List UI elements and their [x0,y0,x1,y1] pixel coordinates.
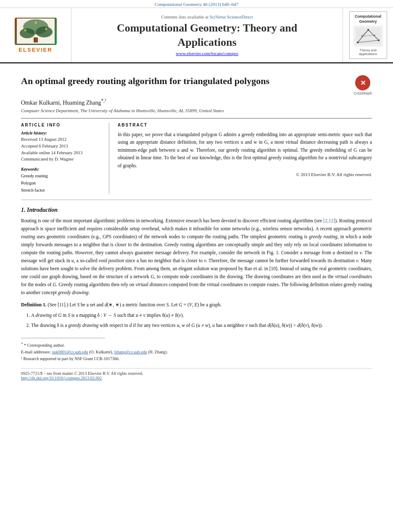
journal-citation: Computational Geometry 46 (2013) 640–647 [155,2,238,7]
communicated-by: Communicated by D. Wagner [21,156,103,163]
history-title: Article history: [21,131,103,135]
svg-point-3 [36,26,53,37]
article-info-column: ARTICLE INFO Article history: Received 1… [21,123,109,194]
section-divider [21,200,372,200]
accepted-date: Accepted 6 February 2013 [21,143,103,150]
introduction-paragraph: Routing is one of the most important alg… [21,217,372,297]
svg-point-5 [24,29,26,32]
definition-ref: (See [11].) [48,302,69,307]
definition-title: Definition 1. [21,302,47,307]
main-content: An optimal greedy routing algorithm for … [0,63,393,389]
article-title: An optimal greedy routing algorithm for … [21,75,348,87]
svg-point-16 [378,40,380,41]
footnote-section: * * Corresponding author. E-mail address… [21,341,372,362]
keywords-title: Keywords: [21,167,103,171]
footnote-email: E-mail addresses: ouk0001@cs.uah.edu (O.… [21,349,372,356]
svg-point-6 [45,28,47,30]
abstract-text: In this paper, we prove that a triangula… [118,131,372,169]
right-journal-logo: ComputationalGeometry T [349,11,387,59]
abstract-header: ABSTRACT [118,123,372,127]
svg-point-18 [374,35,375,36]
article-info-abstract: ARTICLE INFO Article history: Received 1… [21,118,372,194]
svg-point-7 [34,21,37,24]
abstract-copyright: © 2013 Elsevier B.V. All rights reserved… [118,172,372,177]
definition-block: Definition 1. (See [11].) Let S be a set… [21,301,372,329]
sciverse-link[interactable]: SciVerse ScienceDirect [210,14,253,19]
footer-copyright: 0925-7721/$ – see front matter © 2013 El… [21,371,372,376]
available-date: Available online 14 February 2013 [21,150,103,156]
email-link-2[interactable]: lzhang@cs.uah.edu [114,350,147,354]
footer-doi: http://dx.doi.org/10.1016/j.comgeo.2013.… [21,376,372,380]
svg-point-17 [361,36,362,37]
received-date: Received 13 August 2012 [21,136,103,143]
introduction-section-title: 1. Introduction [21,207,372,213]
footnote-corresponding: * * Corresponding author. [21,341,372,349]
keyword-greedy-routing: Greedy routing [21,173,103,180]
definition-item-1: A drawing of G in S is a mapping δ : V →… [31,311,372,319]
keyword-polygon: Polygon [21,180,103,187]
journal-top-bar: Computational Geometry 46 (2013) 640–647 [0,0,393,8]
journal-url[interactable]: www.elsevier.com/locate/comgeo [176,51,238,56]
crossmark-icon: ✕ [355,75,370,90]
header-main: Contents lists available at SciVerse Sci… [71,8,343,62]
crossmark-badge[interactable]: ✕ CrossMark [353,75,372,95]
definition-list: A drawing of G in S is a mapping δ : V →… [31,311,372,329]
article-affiliation: Computer Science Department, The Univers… [21,108,372,113]
crossmark-label: CrossMark [353,91,372,95]
footer-bottom: 0925-7721/$ – see front matter © 2013 El… [21,368,372,380]
journal-title: Computational Geometry: Theory and Appli… [117,21,297,50]
header-band: ELSEVIER Contents lists available at Sci… [0,8,393,63]
article-history: Article history: Received 13 August 2012… [21,131,103,163]
right-logo-title: ComputationalGeometry [352,14,384,24]
article-authors: Omkar Kulkarni, Huaming Zhang*,¹ [21,98,372,106]
keywords-group: Keywords: Greedy routing Polygon Stretch… [21,167,103,194]
author-symbols: *,¹ [101,98,106,103]
article-info-header: ARTICLE INFO [21,123,103,127]
footnote-divider [21,338,105,338]
footnote-grant: ¹ Research supported in part by NSF Gran… [21,356,372,362]
abstract-column: ABSTRACT In this paper, we prove that a … [118,123,372,194]
definition-item-2: The drawing δ is a greedy drawing with r… [31,321,372,329]
elsevier-tree-icon [15,18,57,45]
doi-link[interactable]: http://dx.doi.org/10.1016/j.comgeo.2013.… [21,376,102,380]
sciverse-line: Contents lists available at SciVerse Sci… [161,14,253,19]
elsevier-logo-area: ELSEVIER [0,8,71,62]
email-link-1[interactable]: ouk0001@cs.uah.edu [52,350,88,354]
svg-point-14 [367,29,369,31]
svg-rect-4 [34,37,38,42]
elsevier-label: ELSEVIER [18,47,52,53]
article-title-section: An optimal greedy routing algorithm for … [21,72,372,95]
svg-point-2 [20,28,35,38]
svg-point-15 [357,42,359,43]
right-logo-graphic [353,26,383,47]
keyword-stretch-factor: Stretch factor [21,187,103,194]
right-logo-area: ComputationalGeometry T [343,8,393,62]
